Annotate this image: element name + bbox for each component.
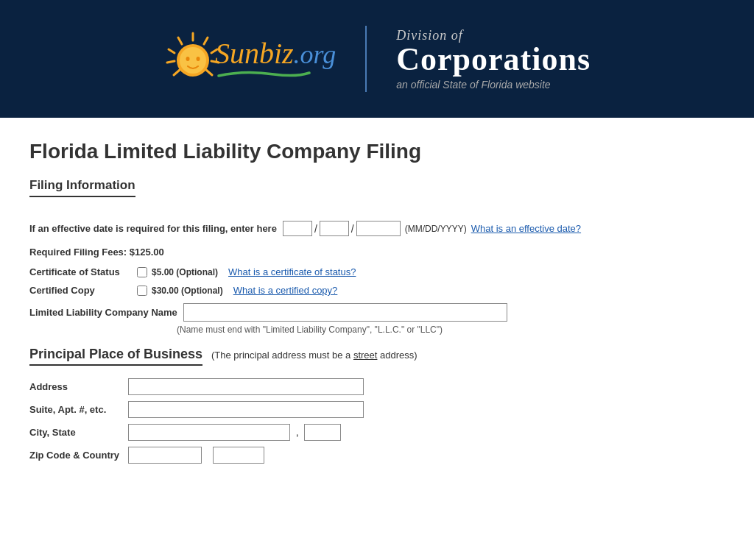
certified-copy-link[interactable]: What is a certified copy? xyxy=(233,285,338,296)
svg-point-10 xyxy=(180,47,206,74)
date-format-label: (MM/DD/YYYY) xyxy=(405,224,467,234)
svg-line-8 xyxy=(174,70,180,75)
state-input[interactable] xyxy=(304,424,341,441)
llc-name-row: Limited Liability Company Name xyxy=(29,303,707,322)
certificate-of-status-row: Certificate of Status $5.00 (Optional) W… xyxy=(29,266,707,277)
certificate-of-status-checkbox[interactable] xyxy=(137,267,147,277)
principal-section-heading: Principal Place of Business xyxy=(29,347,202,366)
filing-information-section: Filing Information If an effective date … xyxy=(29,178,707,335)
certified-copy-price: $30.00 (Optional) xyxy=(152,286,223,296)
sunbiz-label: Sunbiz xyxy=(215,37,294,70)
principal-section: Principal Place of Business (The princip… xyxy=(29,347,707,467)
comma-separator: , xyxy=(296,426,299,438)
date-yyyy-input[interactable] xyxy=(356,221,401,236)
sunbiz-logo: Sunbiz.org xyxy=(163,29,336,88)
principal-section-header-row: Principal Place of Business (The princip… xyxy=(29,347,707,362)
svg-line-4 xyxy=(206,70,212,75)
official-text: an official State of Florida website xyxy=(396,79,591,91)
page-title: Florida Limited Liability Company Filing xyxy=(29,140,707,163)
zip-country-row: Zip Code & Country xyxy=(29,444,370,467)
main-content: Florida Limited Liability Company Filing… xyxy=(0,118,736,496)
logo-divider xyxy=(365,26,367,92)
sun-icon xyxy=(163,29,222,88)
header: Sunbiz.org Division of Corporations an o… xyxy=(0,0,754,118)
city-state-row: City, State , xyxy=(29,421,370,444)
suite-label: Suite, Apt. #, etc. xyxy=(29,398,128,421)
certificate-of-status-label: Certificate of Status xyxy=(29,266,133,277)
certified-copy-checkbox[interactable] xyxy=(137,286,147,296)
certified-copy-label: Certified Copy xyxy=(29,285,133,296)
corporation-info: Division of Corporations an official Sta… xyxy=(396,28,591,91)
address-input[interactable] xyxy=(128,378,364,395)
effective-date-row: If an effective date is required for thi… xyxy=(29,221,707,236)
svg-point-11 xyxy=(186,57,189,61)
corporations-label: Corporations xyxy=(396,43,591,76)
filing-section-heading: Filing Information xyxy=(29,178,135,197)
svg-line-7 xyxy=(167,61,175,63)
date-inputs: / / xyxy=(283,221,401,236)
country-input[interactable] xyxy=(213,447,264,464)
address-row: Address xyxy=(29,375,370,398)
llc-name-label: Limited Liability Company Name xyxy=(29,307,177,318)
llc-name-hint: (Name must end with "Limited Liability C… xyxy=(177,325,707,335)
effective-date-label: If an effective date is required for thi… xyxy=(29,223,277,234)
certified-copy-row: Certified Copy $30.00 (Optional) What is… xyxy=(29,285,707,296)
svg-line-6 xyxy=(169,49,175,53)
zip-country-label: Zip Code & Country xyxy=(29,444,128,467)
city-input[interactable] xyxy=(128,424,290,441)
certificate-price: $5.00 (Optional) xyxy=(152,267,218,277)
svg-line-5 xyxy=(178,38,182,44)
suite-row: Suite, Apt. #, etc. xyxy=(29,398,370,421)
address-label: Address xyxy=(29,375,128,398)
required-fees-label: Required Filing Fees: $125.00 xyxy=(29,247,707,258)
zip-input[interactable] xyxy=(128,447,202,464)
date-dd-input[interactable] xyxy=(320,221,349,236)
llc-name-input[interactable] xyxy=(183,303,507,322)
effective-date-link[interactable]: What is an effective date? xyxy=(471,223,581,234)
svg-point-12 xyxy=(196,57,200,61)
address-table: Address Suite, Apt. #, etc. City, State … xyxy=(29,375,370,467)
date-mm-input[interactable] xyxy=(283,221,312,236)
certificate-of-status-link[interactable]: What is a certificate of status? xyxy=(228,266,356,277)
city-state-label: City, State xyxy=(29,421,128,444)
suite-input[interactable] xyxy=(128,401,364,418)
svg-line-1 xyxy=(204,38,208,44)
principal-section-subtitle: (The principal address must be a street … xyxy=(211,350,417,361)
org-label: .org xyxy=(294,40,337,69)
swoosh-icon xyxy=(215,68,311,79)
logo-container: Sunbiz.org Division of Corporations an o… xyxy=(163,26,591,92)
